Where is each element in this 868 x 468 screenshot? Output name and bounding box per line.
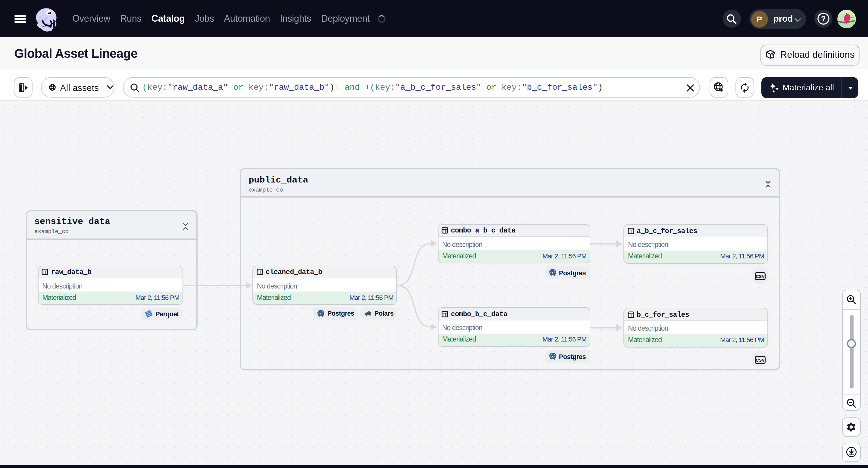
svg-text:CSV: CSV: [756, 274, 765, 279]
svg-text:CSV: CSV: [756, 357, 765, 362]
svg-text:?: ?: [821, 14, 826, 23]
